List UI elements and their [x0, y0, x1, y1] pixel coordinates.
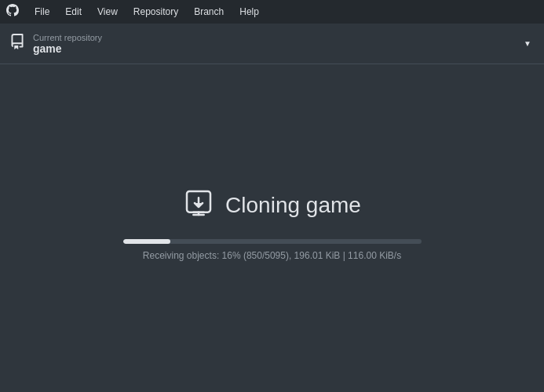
menu-bar: File Edit View Repository Branch Help [0, 0, 544, 24]
menu-item-branch[interactable]: Branch [188, 3, 230, 20]
main-content: Cloning game Receiving objects: 16% (850… [0, 64, 544, 392]
repo-info: Current repository game [33, 33, 520, 55]
menu-item-help[interactable]: Help [233, 3, 265, 20]
progress-track [123, 239, 422, 244]
clone-icon [183, 187, 214, 223]
repo-icon [9, 34, 25, 53]
progress-status: Receiving objects: 16% (850/5095), 196.0… [123, 250, 422, 261]
progress-fill [123, 239, 171, 244]
clone-header: Cloning game [183, 187, 361, 223]
github-logo-icon [6, 4, 19, 20]
menu-item-repository[interactable]: Repository [127, 3, 184, 20]
menu-item-edit[interactable]: Edit [59, 3, 88, 20]
repo-dropdown-button[interactable]: ▼ [520, 36, 535, 51]
menu-item-file[interactable]: File [28, 3, 56, 20]
menu-item-view[interactable]: View [91, 3, 124, 20]
repo-label: Current repository [33, 33, 520, 42]
repo-name: game [33, 42, 520, 55]
progress-container: Receiving objects: 16% (850/5095), 196.0… [123, 239, 422, 261]
repo-bar: Current repository game ▼ [0, 24, 544, 64]
clone-title: Cloning game [225, 193, 361, 218]
